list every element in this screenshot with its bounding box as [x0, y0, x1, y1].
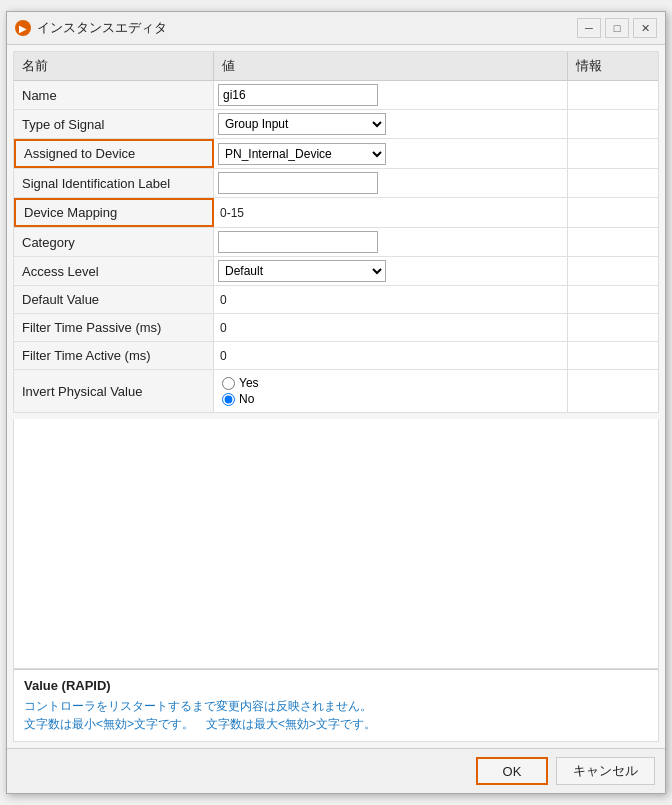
bottom-panel-desc: コントローラをリスタートするまで変更内容は反映されません。 文字数は最小<無効>… — [24, 697, 648, 733]
value-device-mapping: 0-15 — [214, 198, 568, 227]
row-invert-physical-value: Invert Physical Value Yes No — [14, 370, 658, 412]
label-assigned-to-device: Assigned to Device — [14, 139, 214, 168]
bottom-desc-line1: コントローラをリスタートするまで変更内容は反映されません。 — [24, 697, 648, 715]
info-category — [568, 228, 658, 256]
label-access-level: Access Level — [14, 257, 214, 285]
info-type-of-signal — [568, 110, 658, 138]
row-assigned-to-device: Assigned to Device PN_Internal_Device Vi… — [14, 139, 658, 169]
row-signal-id-label: Signal Identification Label — [14, 169, 658, 198]
info-device-mapping — [568, 198, 658, 227]
name-input[interactable] — [218, 84, 378, 106]
label-device-mapping: Device Mapping — [14, 198, 214, 227]
type-of-signal-select[interactable]: Group Input Group Output Digital Input D… — [218, 113, 386, 135]
value-default-value: 0 — [214, 286, 568, 313]
maximize-button[interactable]: □ — [605, 18, 629, 38]
row-device-mapping: Device Mapping 0-15 — [14, 198, 658, 228]
header-name: 名前 — [14, 52, 214, 80]
access-level-select[interactable]: Default ReadOnly All — [218, 260, 386, 282]
row-category: Category — [14, 228, 658, 257]
info-access-level — [568, 257, 658, 285]
form-area: 名前 値 情報 Name Type of Signal Group Input … — [13, 51, 659, 413]
minimize-button[interactable]: ─ — [577, 18, 601, 38]
info-assigned-to-device — [568, 139, 658, 168]
row-filter-time-passive: Filter Time Passive (ms) 0 — [14, 314, 658, 342]
main-window: ▶ インスタンスエディタ ─ □ ✕ 名前 値 情報 Name — [6, 11, 666, 794]
window-title: インスタンスエディタ — [37, 19, 167, 37]
device-mapping-value: 0-15 — [218, 206, 244, 220]
close-button[interactable]: ✕ — [633, 18, 657, 38]
label-filter-time-active: Filter Time Active (ms) — [14, 342, 214, 369]
bottom-panel-title: Value (RAPID) — [24, 678, 648, 693]
spacer-area — [13, 419, 659, 669]
value-name — [214, 81, 568, 109]
radio-no-text: No — [239, 392, 254, 406]
row-filter-time-active: Filter Time Active (ms) 0 — [14, 342, 658, 370]
radio-group-invert: Yes No — [218, 373, 263, 409]
radio-yes-label[interactable]: Yes — [222, 376, 259, 390]
default-value-text: 0 — [218, 293, 227, 307]
title-controls: ─ □ ✕ — [577, 18, 657, 38]
radio-no-label[interactable]: No — [222, 392, 259, 406]
label-invert-physical-value: Invert Physical Value — [14, 370, 214, 412]
title-bar: ▶ インスタンスエディタ ─ □ ✕ — [7, 12, 665, 45]
info-default-value — [568, 286, 658, 313]
label-type-of-signal: Type of Signal — [14, 110, 214, 138]
info-invert-physical-value — [568, 370, 658, 412]
ok-button[interactable]: OK — [476, 757, 548, 785]
value-signal-id-label — [214, 169, 568, 197]
value-filter-time-active: 0 — [214, 342, 568, 369]
header-info: 情報 — [568, 52, 658, 80]
table-header: 名前 値 情報 — [14, 52, 658, 81]
label-signal-id-label: Signal Identification Label — [14, 169, 214, 197]
header-value: 値 — [214, 52, 568, 80]
info-filter-time-active — [568, 342, 658, 369]
radio-no[interactable] — [222, 393, 235, 406]
row-name: Name — [14, 81, 658, 110]
info-filter-time-passive — [568, 314, 658, 341]
value-access-level: Default ReadOnly All — [214, 257, 568, 285]
bottom-desc-line2: 文字数は最小<無効>文字です。 文字数は最大<無効>文字です。 — [24, 715, 648, 733]
filter-time-active-text: 0 — [218, 349, 227, 363]
filter-time-passive-text: 0 — [218, 321, 227, 335]
app-icon: ▶ — [15, 20, 31, 36]
value-type-of-signal: Group Input Group Output Digital Input D… — [214, 110, 568, 138]
title-bar-left: ▶ インスタンスエディタ — [15, 19, 167, 37]
radio-yes-text: Yes — [239, 376, 259, 390]
info-name — [568, 81, 658, 109]
label-category: Category — [14, 228, 214, 256]
label-default-value: Default Value — [14, 286, 214, 313]
signal-id-input[interactable] — [218, 172, 378, 194]
value-category — [214, 228, 568, 256]
icon-symbol: ▶ — [19, 23, 27, 34]
category-input[interactable] — [218, 231, 378, 253]
cancel-button[interactable]: キャンセル — [556, 757, 655, 785]
label-name: Name — [14, 81, 214, 109]
radio-yes[interactable] — [222, 377, 235, 390]
value-filter-time-passive: 0 — [214, 314, 568, 341]
label-filter-time-passive: Filter Time Passive (ms) — [14, 314, 214, 341]
info-signal-id-label — [568, 169, 658, 197]
value-invert-physical-value: Yes No — [214, 370, 568, 412]
row-type-of-signal: Type of Signal Group Input Group Output … — [14, 110, 658, 139]
button-bar: OK キャンセル — [7, 748, 665, 793]
assigned-to-device-select[interactable]: PN_Internal_Device Virtual1 — [218, 143, 386, 165]
row-default-value: Default Value 0 — [14, 286, 658, 314]
bottom-panel: Value (RAPID) コントローラをリスタートするまで変更内容は反映されま… — [13, 669, 659, 742]
value-assigned-to-device: PN_Internal_Device Virtual1 — [214, 139, 568, 168]
row-access-level: Access Level Default ReadOnly All — [14, 257, 658, 286]
